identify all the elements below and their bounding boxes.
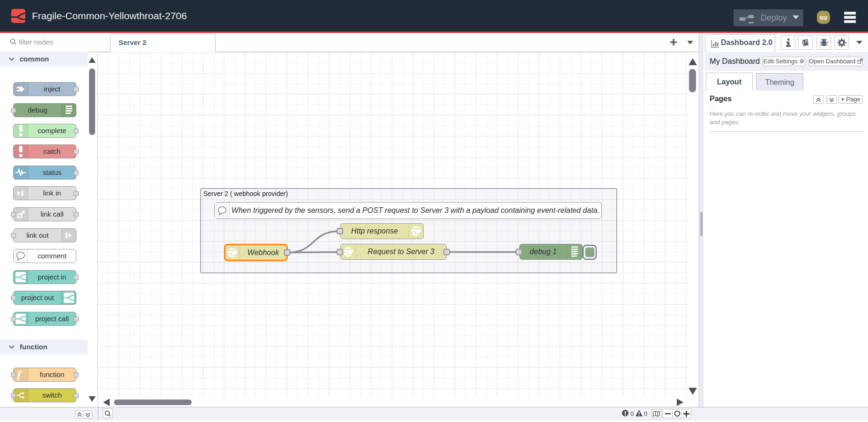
svg-text:f: f bbox=[17, 369, 22, 380]
